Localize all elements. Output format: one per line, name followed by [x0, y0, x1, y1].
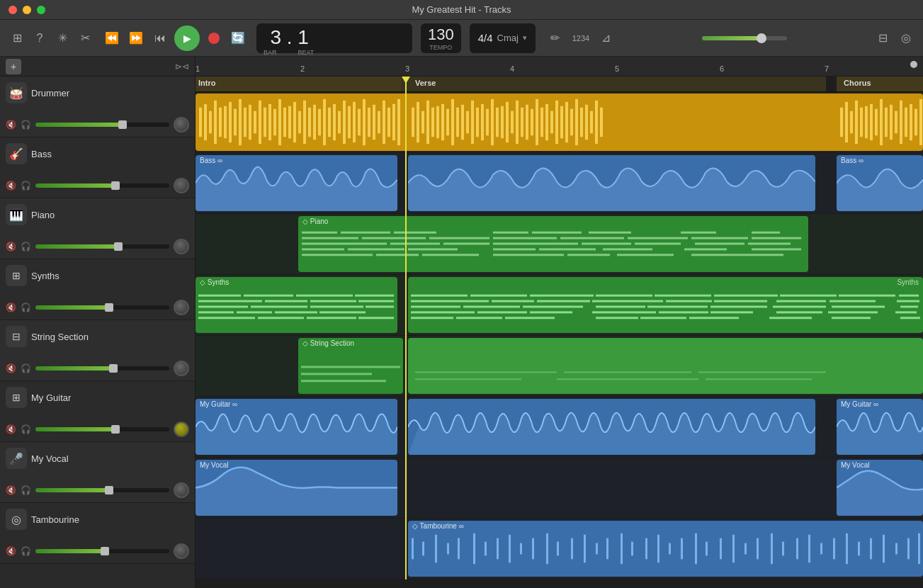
- mute-icon-guitar[interactable]: 🔇: [6, 424, 16, 434]
- track-lane-piano[interactable]: ◇ Piano: [196, 214, 923, 275]
- fader-thumb-tambourine[interactable]: [101, 547, 109, 555]
- section-labels-row: Intro Verse Chorus: [196, 77, 923, 92]
- track-lane-drummer[interactable]: [196, 92, 923, 153]
- pan-knob-tambourine[interactable]: [174, 543, 189, 559]
- clip-vocal-1[interactable]: My Vocal: [196, 460, 397, 516]
- fader-synths[interactable]: [35, 305, 169, 310]
- sidebar-options-icon[interactable]: ⊳⊲: [175, 62, 189, 72]
- timeline-area: 1 2 3 4 5 6 7: [196, 57, 923, 588]
- track-lane-bass[interactable]: Bass ∞: [196, 153, 923, 214]
- svg-rect-213: [435, 535, 437, 563]
- clip-piano-main[interactable]: ◇ Piano: [298, 216, 808, 272]
- pencil-icon[interactable]: ✏: [547, 30, 564, 47]
- record-button[interactable]: [204, 28, 224, 48]
- fader-string[interactable]: [35, 366, 169, 371]
- track-lane-my-vocal[interactable]: My Vocal My Vocal: [196, 458, 923, 519]
- headphone-icon-guitar[interactable]: 🎧: [21, 424, 31, 434]
- pan-knob-vocal[interactable]: [174, 482, 189, 498]
- fader-thumb-guitar[interactable]: [111, 425, 120, 434]
- tracks-container[interactable]: Intro Verse Chorus: [196, 77, 923, 588]
- clip-tambourine-1[interactable]: ◇ Tambourine ∞: [408, 521, 923, 577]
- fader-vocal[interactable]: [35, 488, 169, 492]
- mute-icon-drummer[interactable]: 🔇: [6, 120, 16, 130]
- clip-drummer-main[interactable]: [196, 94, 923, 151]
- fader-tambourine[interactable]: [35, 549, 169, 553]
- fader-thumb-bass[interactable]: [111, 181, 120, 190]
- to-start-button[interactable]: ⏮: [150, 28, 170, 48]
- pan-knob-synths[interactable]: [174, 300, 189, 315]
- mute-icon-synths[interactable]: 🔇: [6, 303, 16, 312]
- clip-guitar-2[interactable]: [408, 399, 815, 455]
- fader-drummer[interactable]: [35, 123, 169, 127]
- headphone-icon-string[interactable]: 🎧: [21, 363, 31, 373]
- mute-icon-vocal[interactable]: 🔇: [6, 485, 16, 495]
- smart-controls-right-icon[interactable]: ◎: [897, 30, 914, 47]
- pan-knob-piano[interactable]: [174, 239, 189, 254]
- headphone-icon-vocal[interactable]: 🎧: [21, 485, 31, 495]
- mute-icon-piano[interactable]: 🔇: [6, 242, 16, 251]
- clip-bass-2[interactable]: [408, 155, 815, 211]
- track-lane-synths[interactable]: ◇ Synths: [196, 275, 923, 336]
- mute-icon-bass[interactable]: 🔇: [6, 181, 16, 191]
- fader-guitar[interactable]: [35, 427, 169, 431]
- maximize-button[interactable]: [37, 6, 45, 14]
- pan-knob-drummer[interactable]: [174, 117, 189, 132]
- pan-knob-bass[interactable]: [174, 178, 189, 193]
- play-button[interactable]: ▶: [174, 26, 200, 51]
- time-sig-display[interactable]: 4/4 Cmaj ▾: [470, 23, 536, 53]
- headphone-icon-bass[interactable]: 🎧: [21, 181, 31, 191]
- smart-controls-icon[interactable]: ✳: [54, 30, 71, 47]
- minimize-button[interactable]: [23, 6, 31, 14]
- tuner-icon[interactable]: ⊿: [598, 30, 615, 47]
- fader-thumb-drummer[interactable]: [118, 120, 127, 129]
- scissors-icon[interactable]: ✂: [77, 30, 94, 47]
- add-track-button[interactable]: +: [6, 59, 21, 74]
- track-lane-tambourine[interactable]: ◇ Tambourine ∞: [196, 519, 923, 579]
- clip-vocal-2[interactable]: My Vocal: [837, 460, 923, 516]
- track-lane-my-guitar[interactable]: My Guitar ∞: [196, 397, 923, 458]
- mute-icon-string[interactable]: 🔇: [6, 363, 16, 373]
- help-icon[interactable]: ?: [31, 30, 48, 47]
- track-lane-string-section[interactable]: ◇ String Section: [196, 336, 923, 397]
- fader-thumb-synths[interactable]: [105, 303, 113, 312]
- clip-bass-3[interactable]: Bass ∞: [837, 155, 923, 211]
- fader-thumb-vocal[interactable]: [105, 486, 113, 494]
- fader-piano[interactable]: [35, 244, 169, 249]
- level-meter-icon[interactable]: 1234: [572, 30, 589, 47]
- fader-bass[interactable]: [35, 183, 169, 188]
- clip-synths-2[interactable]: Synths: [408, 277, 923, 333]
- svg-rect-167: [530, 295, 594, 297]
- close-button[interactable]: [9, 6, 17, 14]
- clip-guitar-3[interactable]: My Guitar ∞: [837, 399, 923, 455]
- mixer-icon[interactable]: ⊟: [875, 30, 892, 47]
- fader-thumb-piano[interactable]: [114, 242, 123, 251]
- svg-rect-23: [313, 105, 316, 140]
- rewind-button[interactable]: ⏪: [102, 28, 122, 48]
- headphone-icon-piano[interactable]: 🎧: [21, 242, 31, 251]
- fast-forward-button[interactable]: ⏩: [126, 28, 146, 48]
- clip-guitar-1[interactable]: My Guitar ∞: [196, 399, 397, 455]
- bar-beat-display: 3 . 1: [270, 26, 308, 49]
- my-guitar-controls: 🔇 🎧: [6, 422, 189, 437]
- svg-rect-92: [900, 101, 902, 144]
- svg-rect-133: [748, 243, 791, 245]
- clip-string-2[interactable]: [408, 338, 923, 394]
- pan-knob-string[interactable]: [174, 361, 189, 376]
- drummer-controls: 🔇 🎧: [6, 117, 189, 132]
- volume-track[interactable]: [702, 36, 787, 40]
- tempo-display[interactable]: 130 TEMPO: [421, 23, 461, 53]
- mute-icon-tambourine[interactable]: 🔇: [6, 546, 16, 556]
- clip-string-1[interactable]: ◇ String Section: [298, 338, 403, 394]
- headphone-icon-synths[interactable]: 🎧: [21, 303, 31, 312]
- headphone-icon-drummer[interactable]: 🎧: [21, 120, 31, 130]
- cycle-button[interactable]: 🔄: [228, 28, 248, 48]
- svg-rect-105: [376, 254, 419, 256]
- fader-thumb-string[interactable]: [109, 364, 118, 373]
- clip-bass-1[interactable]: Bass ∞: [196, 155, 397, 211]
- headphone-icon-tambourine[interactable]: 🎧: [21, 546, 31, 556]
- volume-thumb[interactable]: [757, 33, 766, 43]
- library-icon[interactable]: ⊞: [9, 30, 26, 47]
- svg-rect-202: [301, 366, 400, 368]
- pan-knob-guitar[interactable]: [174, 422, 189, 437]
- clip-synths-1[interactable]: ◇ Synths: [196, 277, 397, 333]
